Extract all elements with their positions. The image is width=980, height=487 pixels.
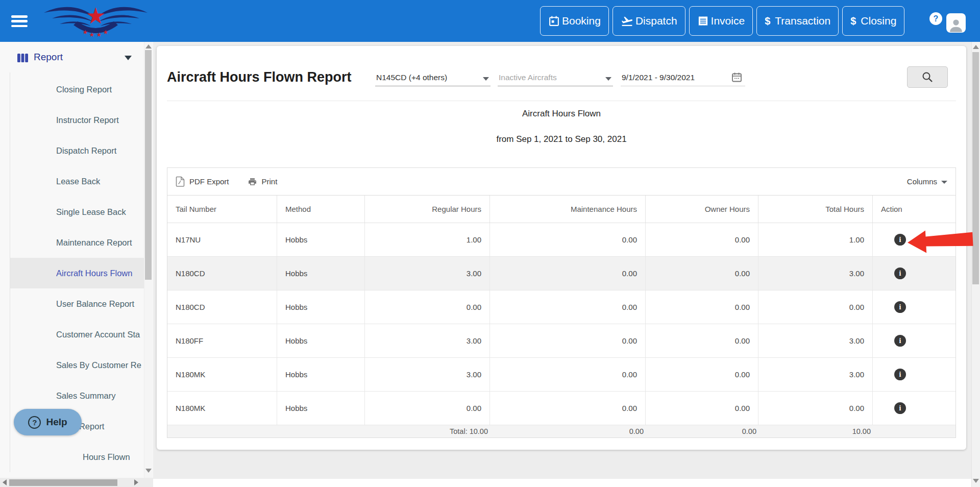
help-button[interactable]: ? Help	[14, 409, 82, 435]
scroll-right-arrow-icon[interactable]	[134, 479, 138, 485]
sidebar-item-label: Single Lease Back	[56, 207, 126, 217]
dollar-icon: $	[765, 15, 770, 27]
info-button[interactable]: i	[894, 402, 906, 414]
scroll-down-arrow-icon[interactable]	[973, 479, 979, 483]
scroll-up-arrow-icon[interactable]	[145, 44, 152, 48]
table-row: N17NUHobbs1.000.000.001.00i	[167, 223, 955, 257]
table-toolbar: PDF Export Print Columns	[167, 168, 955, 196]
footer-cell: 10.00	[758, 425, 873, 437]
cell: Hobbs	[277, 324, 365, 357]
sidebar-item-user-balance-report[interactable]: User Balance Report	[10, 288, 144, 319]
invoice-button[interactable]: Invoice	[689, 6, 753, 36]
search-button[interactable]	[907, 66, 948, 88]
sidebar-item-label: Dispatch Report	[56, 146, 116, 156]
sidebar-item-label: Sales By Customer Re	[56, 360, 141, 370]
pdf-file-icon	[176, 176, 185, 187]
aircraft-select[interactable]: N145CD (+4 others)	[375, 70, 491, 86]
footer-cell	[167, 425, 277, 437]
svg-text:★: ★	[86, 3, 106, 28]
chevron-down-icon	[483, 77, 489, 81]
page-title: Aircraft Hours Flown Report	[167, 69, 352, 85]
cell: N180FF	[167, 324, 277, 357]
sidebar-scrollbar-thumb[interactable]	[145, 50, 152, 280]
search-icon	[921, 71, 934, 83]
cell: 0.00	[490, 257, 646, 290]
sidebar-item-dispatch-report[interactable]: Dispatch Report	[10, 135, 144, 166]
cell: Hobbs	[277, 392, 365, 425]
cell: 0.00	[646, 290, 758, 324]
sidebar-item-lease-back[interactable]: Lease Back	[10, 166, 144, 197]
chevron-down-icon	[941, 181, 947, 184]
bottom-strip	[153, 479, 971, 487]
sidebar-item-sales-by-customer-re[interactable]: Sales By Customer Re	[10, 350, 144, 380]
cell: Hobbs	[277, 290, 365, 324]
sidebar-item-hours-flown[interactable]: Hours Flown	[10, 442, 144, 472]
chevron-down-icon[interactable]	[125, 56, 132, 60]
footer-cell	[277, 425, 365, 437]
user-avatar[interactable]	[946, 13, 966, 33]
sidebar-item-label: Lease Back	[56, 177, 100, 186]
hamburger-menu-icon[interactable]	[11, 15, 28, 27]
sidebar-item-label: User Balance Report	[56, 299, 134, 309]
date-range-field[interactable]: 9/1/2021 - 9/30/2021	[621, 68, 745, 86]
inactive-aircrafts-select[interactable]: Inactive Aircrafts	[498, 70, 613, 86]
topbar-nav-buttons: Booking Dispatch Invoice $ Transaction $…	[540, 6, 904, 36]
info-button[interactable]: i	[894, 369, 906, 380]
scroll-down-arrow-icon[interactable]	[145, 469, 152, 473]
sidebar-item-single-lease-back[interactable]: Single Lease Back	[10, 197, 144, 227]
cell: 0.00	[646, 358, 758, 391]
table-header-row: Tail NumberMethodRegular HoursMaintenanc…	[167, 196, 955, 223]
cell: 3.00	[758, 358, 873, 391]
sidebar-item-maintenance-report[interactable]: Maintenance Report	[10, 227, 144, 258]
sidebar-item-closing-report[interactable]: Closing Report	[10, 74, 144, 105]
report-table: PDF Export Print Columns Tail NumberMeth…	[167, 167, 956, 438]
scroll-up-arrow-icon[interactable]	[973, 45, 979, 49]
cell: 0.00	[490, 358, 646, 391]
cell: 0.00	[365, 290, 490, 324]
info-button[interactable]: i	[894, 335, 906, 347]
table-row: N180CDHobbs3.000.000.003.00i	[167, 257, 955, 290]
pdf-export-label: PDF Export	[189, 177, 229, 186]
report-heading: Aircraft Hours Flown	[157, 109, 966, 119]
plane-takeoff-icon	[621, 15, 633, 28]
sidebar-hscrollbar-thumb[interactable]	[9, 479, 117, 486]
sidebar-item-customer-account-sta[interactable]: Customer Account Sta	[10, 319, 144, 350]
info-button[interactable]: i	[894, 301, 906, 313]
footer-cell: 0.00	[646, 425, 758, 437]
sidebar-item-instructor-report[interactable]: Instructor Report	[10, 105, 144, 135]
calendar-icon	[731, 72, 742, 83]
sidebar-item-label: Sales Summary	[56, 391, 115, 401]
transaction-button[interactable]: $ Transaction	[756, 6, 839, 36]
closing-button[interactable]: $ Closing	[842, 6, 904, 36]
columns-dropdown[interactable]: Columns	[907, 177, 947, 186]
cell: 0.00	[646, 392, 758, 425]
report-subheading: from Sep 1, 2021 to Sep 30, 2021	[157, 134, 966, 144]
chevron-down-icon	[605, 77, 611, 81]
sidebar-item-sales-summary[interactable]: Sales Summary	[10, 380, 144, 411]
help-label: Help	[46, 417, 67, 428]
date-range-value: 9/1/2021 - 9/30/2021	[622, 73, 695, 82]
print-button[interactable]: Print	[248, 177, 278, 186]
pdf-export-button[interactable]: PDF Export	[176, 176, 229, 187]
cell: 3.00	[758, 257, 873, 290]
sidebar-item-aircraft-hours-flown[interactable]: Aircraft Hours Flown	[10, 258, 144, 288]
help-question-icon[interactable]: ?	[929, 12, 942, 25]
sidebar-item-label: Instructor Report	[56, 115, 119, 125]
scroll-left-arrow-icon[interactable]	[3, 479, 7, 485]
booking-button[interactable]: Booking	[540, 6, 609, 36]
action-cell: i	[873, 290, 955, 324]
cell: 1.00	[365, 223, 490, 256]
sidebar-item-label: Hours Flown	[83, 452, 130, 462]
sidebar-item-label: Aircraft Hours Flown	[56, 269, 132, 278]
print-label: Print	[262, 177, 278, 186]
sidebar-section-report[interactable]: Report	[0, 42, 153, 74]
transaction-label: Transaction	[775, 15, 830, 27]
svg-text:★: ★	[103, 29, 109, 36]
sidebar-item-label: Closing Report	[56, 85, 112, 94]
closing-label: Closing	[861, 15, 896, 27]
dispatch-button[interactable]: Dispatch	[612, 6, 685, 36]
column-header-total-hours: Total Hours	[758, 196, 873, 223]
info-button[interactable]: i	[894, 234, 906, 246]
column-header-maintenance-hours: Maintenance Hours	[490, 196, 646, 223]
info-button[interactable]: i	[894, 267, 906, 279]
